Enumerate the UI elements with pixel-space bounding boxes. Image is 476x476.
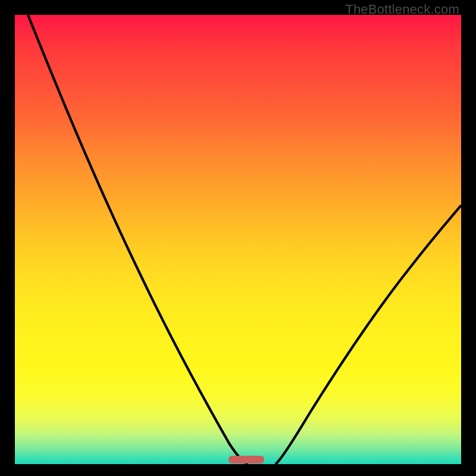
chart-container: TheBottleneck.com (0, 0, 476, 476)
attribution-text: TheBottleneck.com (345, 2, 459, 17)
bottleneck-marker (228, 456, 264, 464)
plot-area (15, 15, 461, 464)
